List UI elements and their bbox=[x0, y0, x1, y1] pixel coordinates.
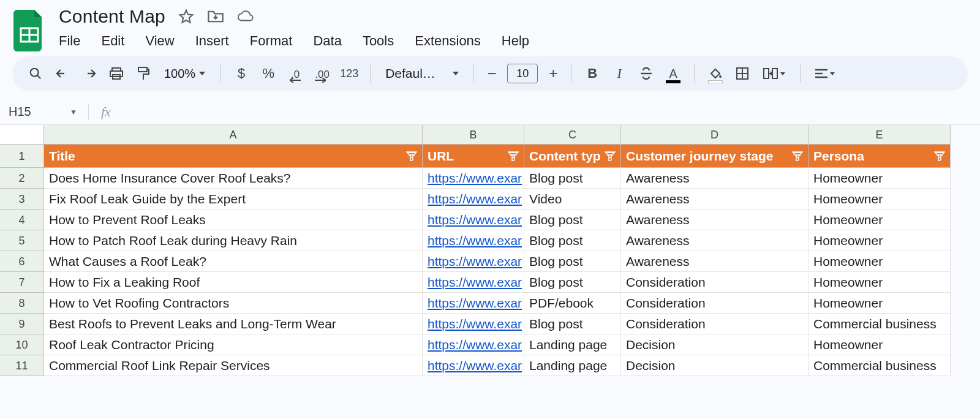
search-icon[interactable] bbox=[23, 61, 48, 86]
cell-content-type[interactable]: PDF/ebook bbox=[524, 293, 621, 314]
cell-url[interactable]: https://www.exar bbox=[423, 293, 524, 314]
zoom-dropdown[interactable]: 100% bbox=[158, 61, 211, 86]
cell-content-type[interactable]: Blog post bbox=[524, 251, 621, 272]
row-header[interactable]: 1 bbox=[0, 145, 44, 168]
text-color-button[interactable]: A bbox=[661, 61, 685, 86]
increase-font-size-button[interactable]: + bbox=[544, 61, 562, 86]
menu-file[interactable]: File bbox=[59, 33, 80, 49]
cell-persona[interactable]: Homeowner bbox=[809, 210, 951, 230]
decrease-decimal-button[interactable]: .0 bbox=[283, 61, 307, 86]
cell-persona[interactable]: Homeowner bbox=[809, 189, 951, 210]
undo-icon[interactable] bbox=[50, 61, 75, 86]
select-all-corner[interactable] bbox=[0, 125, 44, 145]
cell-title[interactable]: Commercial Roof Link Repair Services bbox=[44, 355, 423, 376]
cell-title[interactable]: Best Roofs to Prevent Leaks and Long-Ter… bbox=[44, 314, 423, 334]
cell-journey-stage[interactable]: Decision bbox=[621, 334, 809, 355]
cell-title[interactable]: How to Patch Roof Leak during Heavy Rain bbox=[44, 230, 423, 251]
format-currency-button[interactable]: $ bbox=[229, 61, 254, 86]
menu-insert[interactable]: Insert bbox=[195, 33, 229, 49]
cell-content-type[interactable]: Blog post bbox=[524, 168, 621, 189]
filter-icon[interactable] bbox=[406, 151, 417, 161]
print-icon[interactable] bbox=[104, 61, 129, 86]
col-header[interactable]: D bbox=[621, 125, 809, 145]
cloud-status-icon[interactable] bbox=[236, 8, 254, 25]
name-box[interactable]: H15 ▼ bbox=[9, 105, 88, 119]
row-header[interactable]: 8 bbox=[0, 293, 44, 314]
cell-persona[interactable]: Homeowner bbox=[809, 168, 951, 189]
cell-url[interactable]: https://www.exar bbox=[423, 230, 524, 251]
row-header[interactable]: 10 bbox=[0, 334, 44, 355]
col-header[interactable]: B bbox=[423, 125, 524, 145]
font-size-input[interactable]: 10 bbox=[507, 64, 538, 83]
cell-journey-stage[interactable]: Awareness bbox=[621, 168, 809, 189]
menu-edit[interactable]: Edit bbox=[101, 33, 124, 49]
decrease-font-size-button[interactable]: − bbox=[483, 61, 501, 86]
cell-title[interactable]: How to Vet Roofing Contractors bbox=[44, 293, 423, 314]
horizontal-align-button[interactable] bbox=[809, 61, 841, 86]
cell-url[interactable]: https://www.exar bbox=[423, 272, 524, 293]
cell-content-type[interactable]: Landing page bbox=[524, 334, 621, 355]
cell-journey-stage[interactable]: Decision bbox=[621, 355, 809, 376]
row-header[interactable]: 5 bbox=[0, 230, 44, 251]
formula-input[interactable] bbox=[117, 99, 980, 124]
fill-color-button[interactable] bbox=[703, 61, 728, 86]
move-to-folder-icon[interactable] bbox=[207, 8, 224, 25]
cell-content-type[interactable]: Blog post bbox=[524, 230, 621, 251]
cell-url[interactable]: https://www.exar bbox=[423, 189, 524, 210]
cell-journey-stage[interactable]: Awareness bbox=[621, 230, 809, 251]
cell-title[interactable]: Does Home Insurance Cover Roof Leaks? bbox=[44, 168, 423, 189]
star-icon[interactable] bbox=[178, 8, 195, 25]
cell-journey-stage[interactable]: Consideration bbox=[621, 272, 809, 293]
cell-journey-stage[interactable]: Awareness bbox=[621, 251, 809, 272]
merge-cells-button[interactable] bbox=[757, 61, 791, 86]
cell-title[interactable]: Fix Roof Leak Guide by the Expert bbox=[44, 189, 423, 210]
cell-persona[interactable]: Homeowner bbox=[809, 230, 951, 251]
table-header-cell[interactable]: Persona bbox=[809, 145, 951, 168]
menu-view[interactable]: View bbox=[145, 33, 174, 49]
increase-decimal-button[interactable]: .00 bbox=[310, 61, 334, 86]
cell-persona[interactable]: Homeowner bbox=[809, 293, 951, 314]
cell-content-type[interactable]: Blog post bbox=[524, 272, 621, 293]
borders-button[interactable] bbox=[730, 61, 755, 86]
cell-content-type[interactable]: Blog post bbox=[524, 210, 621, 230]
cell-title[interactable]: Roof Leak Contractor Pricing bbox=[44, 334, 423, 355]
cell-url[interactable]: https://www.exar bbox=[423, 251, 524, 272]
col-header[interactable]: A bbox=[44, 125, 423, 145]
table-header-cell[interactable]: URL bbox=[423, 145, 524, 168]
more-formats-button[interactable]: 123 bbox=[337, 61, 361, 86]
cell-url[interactable]: https://www.exar bbox=[423, 334, 524, 355]
row-header[interactable]: 7 bbox=[0, 272, 44, 293]
col-header[interactable]: C bbox=[524, 125, 621, 145]
filter-icon[interactable] bbox=[792, 151, 803, 161]
paint-format-icon[interactable] bbox=[131, 61, 156, 86]
menu-tools[interactable]: Tools bbox=[363, 33, 394, 49]
row-header[interactable]: 3 bbox=[0, 189, 44, 210]
cell-persona[interactable]: Homeowner bbox=[809, 251, 951, 272]
cell-persona[interactable]: Commercial business bbox=[809, 314, 951, 334]
cell-title[interactable]: What Causes a Roof Leak? bbox=[44, 251, 423, 272]
cell-url[interactable]: https://www.exar bbox=[423, 168, 524, 189]
format-percent-button[interactable]: % bbox=[256, 61, 281, 86]
cell-content-type[interactable]: Blog post bbox=[524, 314, 621, 334]
table-header-cell[interactable]: Content typ bbox=[524, 145, 621, 168]
cell-content-type[interactable]: Video bbox=[524, 189, 621, 210]
strikethrough-button[interactable] bbox=[634, 61, 658, 86]
col-header[interactable]: E bbox=[809, 125, 951, 145]
cell-journey-stage[interactable]: Awareness bbox=[621, 189, 809, 210]
cell-journey-stage[interactable]: Consideration bbox=[621, 314, 809, 334]
italic-button[interactable]: I bbox=[607, 61, 631, 86]
row-header[interactable]: 9 bbox=[0, 314, 44, 334]
filter-icon[interactable] bbox=[934, 151, 945, 161]
redo-icon[interactable] bbox=[77, 61, 102, 86]
cell-persona[interactable]: Homeowner bbox=[809, 334, 951, 355]
table-header-cell[interactable]: Customer journey stage bbox=[621, 145, 809, 168]
font-family-dropdown[interactable]: Defaul… bbox=[379, 61, 465, 86]
table-header-cell[interactable]: Title bbox=[44, 145, 423, 168]
doc-title[interactable]: Content Map bbox=[59, 6, 165, 27]
cell-url[interactable]: https://www.exar bbox=[423, 314, 524, 334]
cell-content-type[interactable]: Landing page bbox=[524, 355, 621, 376]
cell-url[interactable]: https://www.exar bbox=[423, 355, 524, 376]
bold-button[interactable]: B bbox=[580, 61, 605, 86]
menu-extensions[interactable]: Extensions bbox=[415, 33, 481, 49]
cell-persona[interactable]: Commercial business bbox=[809, 355, 951, 376]
